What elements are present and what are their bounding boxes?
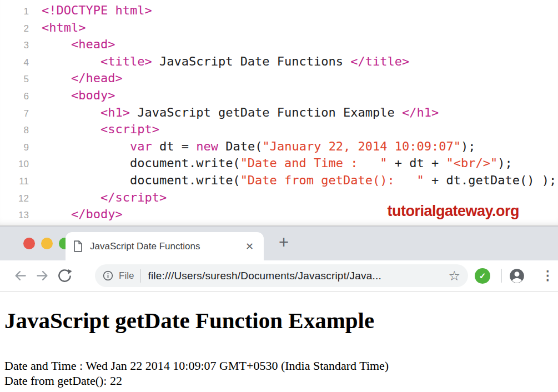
line-number: 1 — [0, 4, 29, 20]
code-segment-tag: <html> — [42, 21, 86, 34]
close-window-button[interactable] — [23, 238, 35, 249]
code-segment-plain: + dt.getDate() ); — [424, 173, 556, 187]
line-number: 12 — [0, 191, 29, 207]
code-segment-keyword: var — [130, 139, 152, 153]
code-segment-tag: </script> — [100, 190, 167, 204]
code-segment-plain: Date( — [218, 139, 262, 153]
tab-close-icon[interactable]: ✕ — [245, 240, 254, 253]
code-segment-plain: document.write( — [42, 156, 240, 170]
line-number: 4 — [0, 55, 29, 71]
code-line: 10 document.write("Date and Time : " + d… — [0, 155, 558, 173]
chip-separator — [140, 269, 141, 283]
rendered-page: JavaScript getDate Function Example Date… — [0, 292, 558, 388]
line-number: 7 — [0, 106, 29, 122]
code-segment-tag: <script> — [100, 122, 159, 136]
code-line: 1<!DOCTYPE html> — [0, 3, 558, 20]
code-segment-plain — [42, 54, 100, 68]
check-icon: ✓ — [479, 271, 486, 281]
line-number: 5 — [0, 72, 29, 88]
code-segment-plain: JavaScript Date Functions — [152, 54, 351, 68]
watermark: tutorialgateway.org — [387, 203, 519, 220]
code-line: 7 <h1> JavaScript getDate Function Examp… — [0, 105, 558, 122]
code-segment-tag: </h1> — [402, 105, 439, 119]
code-segment-tag: <h1> — [100, 105, 130, 119]
line-number: 9 — [0, 140, 29, 156]
code-segment-plain — [42, 190, 100, 204]
code-line: 8 <script> — [0, 122, 558, 139]
window-controls — [23, 227, 71, 260]
code-segment-keyword: new — [196, 139, 218, 153]
code-segment-tag: </title> — [350, 54, 409, 68]
code-segment-plain: document.write( — [42, 173, 240, 187]
line-number: 13 — [0, 208, 29, 224]
code-lines: 1<!DOCTYPE html>2<html>3 <head>4 <title>… — [0, 3, 558, 226]
line-number: 11 — [0, 174, 29, 190]
code-segment-plain: dt = — [152, 139, 196, 153]
code-segment-tag: </body> — [71, 207, 123, 221]
address-bar[interactable]: File file:///Users/suresh/Documents/Java… — [95, 264, 468, 287]
code-segment-string: "Date from getDate(): " — [240, 173, 424, 187]
overflow-menu-icon[interactable]: ⋮ — [541, 268, 554, 283]
line-number: 6 — [0, 89, 29, 105]
tab-title: JavaScript Date Functions — [90, 241, 200, 252]
new-tab-button[interactable]: + — [274, 233, 293, 252]
screenshot-root: 1<!DOCTYPE html>2<html>3 <head>4 <title>… — [0, 0, 558, 392]
line-number: 2 — [0, 21, 29, 37]
profile-avatar-icon[interactable] — [509, 268, 525, 284]
line-number: 8 — [0, 123, 29, 139]
code-segment-string: "<br/>" — [446, 156, 498, 170]
code-segment-tag: <!DOCTYPE html> — [42, 3, 152, 17]
code-segment-plain — [42, 122, 100, 136]
code-segment-plain — [42, 71, 71, 85]
browser-toolbar: File file:///Users/suresh/Documents/Java… — [0, 260, 558, 292]
code-segment-string: "Date and Time : " — [240, 156, 388, 170]
code-line: 3 <head> — [0, 37, 558, 54]
code-segment-plain: + dt + — [388, 156, 446, 170]
browser-tab[interactable]: JavaScript Date Functions ✕ — [66, 232, 264, 260]
back-icon[interactable] — [13, 268, 28, 283]
output-line-1: Date and Time : Wed Jan 22 2014 10:09:07… — [4, 358, 554, 373]
info-icon[interactable] — [102, 270, 114, 282]
line-number: 10 — [0, 157, 29, 173]
extension-badge-icon[interactable]: ✓ — [475, 268, 490, 284]
output-line-2: Date from getDate(): 22 — [4, 373, 554, 388]
code-segment-plain: ); — [497, 156, 512, 170]
code-segment-plain — [42, 105, 100, 119]
line-number: 3 — [0, 38, 29, 54]
code-line: 2<html> — [0, 20, 558, 37]
code-segment-plain — [42, 37, 71, 51]
code-segment-plain: JavaScript getDate Function Example — [130, 105, 402, 119]
code-editor: 1<!DOCTYPE html>2<html>3 <head>4 <title>… — [0, 0, 558, 226]
page-heading: JavaScript getDate Function Example — [4, 308, 554, 334]
code-segment-string: "January 22, 2014 10:09:07" — [262, 139, 461, 153]
code-segment-tag: <title> — [100, 54, 152, 68]
code-segment-plain — [42, 88, 71, 102]
minimize-window-button[interactable] — [41, 238, 53, 249]
code-segment-tag: <head> — [71, 37, 115, 51]
forward-icon[interactable] — [35, 268, 50, 283]
code-line: 5 </head> — [0, 71, 558, 88]
code-segment-plain: ); — [461, 139, 476, 153]
bookmark-star-icon[interactable]: ☆ — [448, 268, 460, 284]
file-chip[interactable]: File — [119, 270, 134, 282]
code-segment-tag: <body> — [71, 88, 115, 102]
code-line: 9 var dt = new Date("January 22, 2014 10… — [0, 139, 558, 156]
code-line: 4 <title> JavaScript Date Functions </ti… — [0, 54, 558, 71]
code-segment-tag: </head> — [71, 71, 123, 85]
code-segment-plain — [42, 139, 130, 153]
reload-icon[interactable] — [57, 268, 72, 283]
browser-tab-bar: JavaScript Date Functions ✕ + — [0, 226, 558, 260]
url-text[interactable]: file:///Users/suresh/Documents/Javascrip… — [148, 270, 444, 282]
toolbar-separator — [501, 269, 502, 283]
code-segment-plain — [42, 207, 71, 221]
code-line: 11 document.write("Date from getDate(): … — [0, 173, 558, 190]
page-document-icon — [73, 240, 83, 252]
code-line: 6 <body> — [0, 88, 558, 105]
